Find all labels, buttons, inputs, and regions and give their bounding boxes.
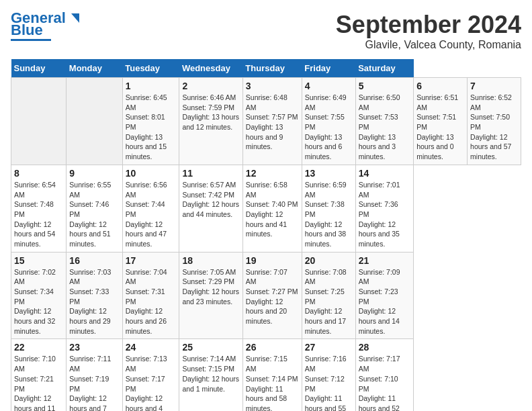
day-number: 4	[305, 81, 353, 91]
day-info: Sunrise: 7:05 AMSunset: 7:29 PMDaylight:…	[182, 267, 239, 307]
calendar-cell: 17Sunrise: 7:04 AMSunset: 7:31 PMDayligh…	[122, 252, 179, 339]
day-info: Sunrise: 7:13 AMSunset: 7:17 PMDaylight:…	[126, 354, 177, 411]
day-number: 7	[470, 81, 518, 91]
weekday-header-saturday: Saturday	[355, 59, 414, 78]
day-info: Sunrise: 7:08 AMSunset: 7:25 PMDaylight:…	[305, 267, 353, 336]
logo-text2: Blue	[11, 23, 43, 38]
day-number: 20	[305, 255, 353, 266]
day-info: Sunrise: 6:59 AMSunset: 7:38 PMDaylight:…	[305, 180, 353, 249]
day-info: Sunrise: 7:03 AMSunset: 7:33 PMDaylight:…	[69, 267, 119, 336]
day-info: Sunrise: 6:57 AMSunset: 7:42 PMDaylight:…	[182, 180, 239, 220]
day-number: 23	[69, 342, 119, 353]
day-number: 14	[359, 168, 411, 179]
day-number: 19	[246, 255, 299, 266]
page-header: General Blue September 2024 Glavile, Val…	[11, 11, 521, 51]
day-number: 10	[126, 168, 177, 179]
day-info: Sunrise: 7:07 AMSunset: 7:27 PMDaylight:…	[246, 267, 299, 326]
calendar-week-2: 8Sunrise: 6:54 AMSunset: 7:48 PMDaylight…	[11, 165, 521, 252]
day-info: Sunrise: 6:49 AMSunset: 7:55 PMDaylight:…	[305, 93, 353, 162]
calendar-cell: 9Sunrise: 6:55 AMSunset: 7:46 PMDaylight…	[66, 165, 122, 252]
calendar-week-4: 22Sunrise: 7:10 AMSunset: 7:21 PMDayligh…	[11, 339, 521, 411]
day-info: Sunrise: 6:45 AMSunset: 8:01 PMDaylight:…	[126, 93, 177, 162]
day-info: Sunrise: 6:48 AMSunset: 7:57 PMDaylight:…	[246, 93, 299, 152]
calendar-cell: 13Sunrise: 6:59 AMSunset: 7:38 PMDayligh…	[302, 165, 355, 252]
calendar-cell: 1Sunrise: 6:45 AMSunset: 8:01 PMDaylight…	[122, 78, 179, 165]
logo: General Blue	[11, 11, 81, 41]
month-title: September 2024	[336, 11, 521, 39]
calendar-cell: 12Sunrise: 6:58 AMSunset: 7:40 PMDayligh…	[242, 165, 302, 252]
day-number: 15	[14, 255, 63, 266]
calendar-cell: 10Sunrise: 6:56 AMSunset: 7:44 PMDayligh…	[122, 165, 179, 252]
title-area: September 2024 Glavile, Valcea County, R…	[336, 11, 521, 51]
day-info: Sunrise: 7:02 AMSunset: 7:34 PMDaylight:…	[14, 267, 63, 336]
day-number: 3	[246, 81, 299, 91]
day-number: 21	[359, 255, 411, 266]
calendar-cell: 15Sunrise: 7:02 AMSunset: 7:34 PMDayligh…	[11, 252, 66, 339]
calendar-cell: 3Sunrise: 6:48 AMSunset: 7:57 PMDaylight…	[242, 78, 302, 165]
calendar-cell: 5Sunrise: 6:50 AMSunset: 7:53 PMDaylight…	[355, 78, 414, 165]
day-number: 24	[126, 342, 177, 353]
calendar-cell: 8Sunrise: 6:54 AMSunset: 7:48 PMDaylight…	[11, 165, 66, 252]
day-number: 1	[126, 81, 177, 91]
day-info: Sunrise: 6:50 AMSunset: 7:53 PMDaylight:…	[359, 93, 411, 162]
weekday-header-friday: Friday	[302, 59, 355, 78]
calendar-header-row: SundayMondayTuesdayWednesdayThursdayFrid…	[11, 59, 521, 78]
day-number: 17	[126, 255, 177, 266]
day-info: Sunrise: 7:16 AMSunset: 7:12 PMDaylight:…	[305, 354, 353, 411]
day-number: 9	[69, 168, 119, 179]
calendar-cell: 27Sunrise: 7:16 AMSunset: 7:12 PMDayligh…	[302, 339, 355, 411]
day-number: 18	[182, 255, 239, 266]
day-number: 5	[359, 81, 411, 91]
weekday-header-monday: Monday	[66, 59, 122, 78]
day-info: Sunrise: 6:56 AMSunset: 7:44 PMDaylight:…	[126, 180, 177, 249]
location-title: Glavile, Valcea County, Romania	[336, 39, 521, 51]
day-number: 11	[182, 168, 239, 179]
weekday-header-thursday: Thursday	[242, 59, 302, 78]
logo-icon	[66, 11, 81, 26]
calendar-table: SundayMondayTuesdayWednesdayThursdayFrid…	[11, 59, 521, 411]
calendar-cell: 16Sunrise: 7:03 AMSunset: 7:33 PMDayligh…	[66, 252, 122, 339]
calendar-cell: 26Sunrise: 7:15 AMSunset: 7:14 PMDayligh…	[242, 339, 302, 411]
day-info: Sunrise: 7:14 AMSunset: 7:15 PMDaylight:…	[182, 354, 239, 394]
day-number: 22	[14, 342, 63, 353]
weekday-header-wednesday: Wednesday	[179, 59, 242, 78]
calendar-week-3: 15Sunrise: 7:02 AMSunset: 7:34 PMDayligh…	[11, 252, 521, 339]
calendar-cell: 19Sunrise: 7:07 AMSunset: 7:27 PMDayligh…	[242, 252, 302, 339]
calendar-cell: 14Sunrise: 7:01 AMSunset: 7:36 PMDayligh…	[355, 165, 414, 252]
day-info: Sunrise: 7:09 AMSunset: 7:23 PMDaylight:…	[359, 267, 411, 336]
calendar-cell: 20Sunrise: 7:08 AMSunset: 7:25 PMDayligh…	[302, 252, 355, 339]
svg-marker-0	[71, 13, 79, 23]
calendar-cell: 18Sunrise: 7:05 AMSunset: 7:29 PMDayligh…	[179, 252, 242, 339]
day-info: Sunrise: 7:15 AMSunset: 7:14 PMDaylight:…	[246, 354, 299, 411]
day-info: Sunrise: 6:46 AMSunset: 7:59 PMDaylight:…	[182, 93, 239, 132]
day-info: Sunrise: 7:17 AMSunset: 7:10 PMDaylight:…	[359, 354, 411, 411]
calendar-cell: 7Sunrise: 6:52 AMSunset: 7:50 PMDaylight…	[468, 78, 521, 165]
calendar-cell	[66, 78, 122, 165]
day-number: 28	[359, 342, 411, 353]
calendar-cell	[11, 78, 66, 165]
weekday-header-sunday: Sunday	[11, 59, 66, 78]
calendar-cell: 6Sunrise: 6:51 AMSunset: 7:51 PMDaylight…	[414, 78, 468, 165]
day-number: 6	[416, 81, 464, 91]
calendar-cell: 24Sunrise: 7:13 AMSunset: 7:17 PMDayligh…	[122, 339, 179, 411]
logo-underline	[11, 39, 51, 41]
day-info: Sunrise: 7:01 AMSunset: 7:36 PMDaylight:…	[359, 180, 411, 249]
calendar-cell: 23Sunrise: 7:11 AMSunset: 7:19 PMDayligh…	[66, 339, 122, 411]
day-number: 13	[305, 168, 353, 179]
calendar-cell: 22Sunrise: 7:10 AMSunset: 7:21 PMDayligh…	[11, 339, 66, 411]
day-info: Sunrise: 7:11 AMSunset: 7:19 PMDaylight:…	[69, 354, 119, 411]
day-info: Sunrise: 7:04 AMSunset: 7:31 PMDaylight:…	[126, 267, 177, 336]
weekday-header-tuesday: Tuesday	[122, 59, 179, 78]
day-info: Sunrise: 6:55 AMSunset: 7:46 PMDaylight:…	[69, 180, 119, 249]
day-info: Sunrise: 6:58 AMSunset: 7:40 PMDaylight:…	[246, 180, 299, 239]
day-number: 16	[69, 255, 119, 266]
calendar-cell: 28Sunrise: 7:17 AMSunset: 7:10 PMDayligh…	[355, 339, 414, 411]
day-info: Sunrise: 6:52 AMSunset: 7:50 PMDaylight:…	[470, 93, 518, 162]
calendar-cell: 21Sunrise: 7:09 AMSunset: 7:23 PMDayligh…	[355, 252, 414, 339]
day-number: 2	[182, 81, 239, 91]
calendar-week-1: 1Sunrise: 6:45 AMSunset: 8:01 PMDaylight…	[11, 78, 521, 165]
calendar-cell: 25Sunrise: 7:14 AMSunset: 7:15 PMDayligh…	[179, 339, 242, 411]
calendar-cell: 4Sunrise: 6:49 AMSunset: 7:55 PMDaylight…	[302, 78, 355, 165]
calendar-cell: 11Sunrise: 6:57 AMSunset: 7:42 PMDayligh…	[179, 165, 242, 252]
day-number: 25	[182, 342, 239, 353]
